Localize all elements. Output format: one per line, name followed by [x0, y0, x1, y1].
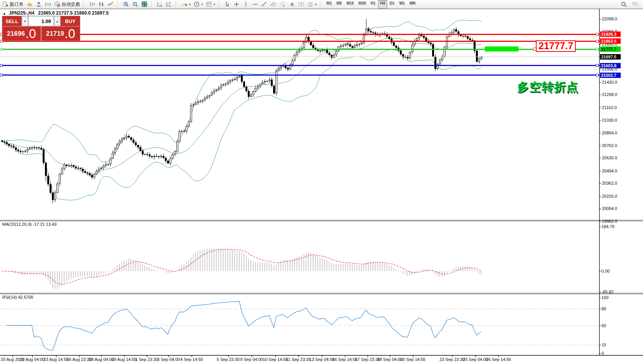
horizontal-level-line-21502.7[interactable]	[0, 74, 599, 76]
collapse-panel-icon[interactable]: ▲	[3, 12, 6, 15]
y-axis-tick-label: 19962.0	[602, 219, 617, 223]
text-label-icon: T	[298, 1, 304, 7]
rsi-axis-label: 0	[602, 351, 604, 356]
toolbar-separator	[117, 1, 120, 8]
toolbar-separator	[83, 1, 86, 8]
line-chart-button[interactable]	[106, 0, 115, 8]
volume-increase-button[interactable]: ▲	[54, 16, 60, 26]
timeframe-m5-button[interactable]: M5	[334, 0, 344, 8]
price-level-label: 21935.3	[600, 31, 621, 37]
trendline-button[interactable]	[260, 0, 269, 8]
chevron-down-icon[interactable]: ▾	[214, 3, 215, 6]
cursor-button[interactable]	[223, 0, 232, 8]
timeframe-w1-button[interactable]: W1	[397, 0, 407, 8]
level-line-handle[interactable]	[596, 33, 598, 36]
zoom-in-button[interactable]	[121, 0, 131, 8]
x-axis-date-label: 9 Sep 04:00	[240, 357, 263, 362]
level-line-handle[interactable]	[596, 40, 598, 43]
x-axis-date-label: 20 Sep 14:55	[400, 357, 425, 362]
label-button[interactable]: T	[297, 0, 306, 8]
signals-button[interactable]	[43, 0, 53, 8]
crosshair-button[interactable]	[232, 0, 241, 8]
timeframe-h1-button[interactable]: H1	[368, 0, 378, 8]
horizontal-level-line-21697.5[interactable]	[0, 56, 599, 57]
x-axis-date-label: 11 Sep 23:30	[286, 357, 311, 362]
timeframe-mn-button[interactable]: MN	[407, 0, 418, 8]
hline-icon	[252, 1, 258, 7]
level-line-handle[interactable]	[596, 64, 598, 67]
macd-axis-label: 0.00	[602, 269, 610, 273]
y-axis-tick-label: 20494.0	[602, 169, 617, 173]
y-axis-tick-label: 20762.0	[602, 143, 617, 148]
new-order-button[interactable]: 新订单	[1, 0, 25, 8]
text-button[interactable]: A	[287, 0, 297, 8]
y-axis-tick-label: 20094.0	[602, 206, 617, 211]
arrows-button[interactable]: ▾	[306, 0, 318, 8]
level-line-handle[interactable]	[596, 48, 598, 51]
x-axis-date-label: 28 Aug 04:00	[89, 357, 114, 362]
toolbar-right	[619, 0, 642, 8]
search-icon	[621, 1, 627, 7]
zoom-out-button[interactable]	[131, 0, 140, 8]
volume-input[interactable]: 1.00	[28, 16, 54, 26]
big-price-label[interactable]: 21777.7	[536, 40, 576, 52]
y-axis-tick-label: 20894.0	[602, 131, 617, 135]
sell-price[interactable]: 21696.0	[2, 26, 41, 41]
chevron-down-icon[interactable]: ▾	[189, 3, 191, 6]
autotrade-button[interactable]: 自动交易	[53, 0, 81, 8]
signals-icon	[45, 1, 51, 7]
horizontal-level-line-21935.3[interactable]	[0, 34, 599, 35]
chart-title: ▲ JPN225-,H4 21665.0 21737.5 21660.0 216…	[3, 10, 109, 16]
chart-shift-button[interactable]	[164, 0, 174, 8]
candlestick-chart-button[interactable]	[97, 0, 106, 8]
level-line-handle[interactable]	[0, 48, 3, 51]
horizontal-level-line-21603.8[interactable]	[0, 65, 599, 66]
level-line-handle[interactable]	[0, 64, 3, 67]
chart-line-icon	[108, 1, 114, 7]
bar-chart-button[interactable]	[88, 0, 97, 8]
community-button[interactable]	[34, 0, 43, 8]
price-level-label: 21862.6	[600, 38, 621, 44]
shapes-icon	[307, 1, 313, 7]
buy-price[interactable]: 21719.0	[41, 26, 80, 41]
buy-button[interactable]: BUY	[61, 16, 80, 26]
toolbar: 新订单自动交易▾▾▾FAT▾M1M5M15M30H1H4D1W1MN	[0, 0, 643, 9]
metaeditor-button[interactable]	[25, 0, 34, 8]
chat-button[interactable]	[631, 0, 640, 8]
auto-scroll-button[interactable]	[155, 0, 164, 8]
channel-button[interactable]	[269, 0, 278, 8]
timeframe-m1-button[interactable]: M1	[324, 0, 334, 8]
templates-button[interactable]: ▾	[204, 0, 217, 8]
toolbar-separator	[151, 1, 154, 8]
timeframe-h4-button[interactable]: H4	[378, 0, 388, 8]
autotrade-icon	[54, 1, 60, 7]
chevron-down-icon[interactable]: ▾	[201, 3, 203, 6]
x-axis-date-label: 23 Aug 14:55	[44, 357, 69, 362]
level-line-handle[interactable]	[596, 74, 598, 76]
indicators-button[interactable]: ▾	[180, 0, 192, 8]
highlight-zone[interactable]	[485, 46, 519, 51]
timeframe-m30-button[interactable]: M30	[356, 0, 368, 8]
fibonacci-icon: F	[280, 1, 286, 7]
periods-button[interactable]: ▾	[192, 0, 204, 8]
search-button[interactable]	[619, 0, 628, 8]
timeframe-m15-button[interactable]: M15	[344, 0, 356, 8]
chinese-annotation[interactable]: 多空转折点	[517, 79, 578, 95]
timeframe-d1-button[interactable]: D1	[387, 0, 397, 8]
horizontal-line-button[interactable]	[250, 0, 260, 8]
rsi-axis-label: 50	[602, 323, 606, 328]
y-axis-tick-label: 20226.0	[602, 194, 617, 199]
chevron-down-icon[interactable]: ▾	[315, 3, 317, 6]
volume-decrease-button[interactable]: ▼	[22, 16, 28, 26]
tile-windows-button[interactable]	[140, 0, 149, 8]
fibonacci-button[interactable]: F	[278, 0, 287, 8]
toolbar-separator	[320, 1, 323, 8]
sell-button[interactable]: SELL	[2, 16, 22, 26]
level-line-handle[interactable]	[0, 74, 3, 76]
x-axis-date-label: 19 Sep 04:00	[377, 357, 402, 362]
svg-text:A: A	[290, 2, 294, 7]
horizontal-level-line-21862.6[interactable]	[0, 41, 599, 42]
vertical-line-button[interactable]	[241, 0, 250, 8]
toolbar-separator	[176, 1, 178, 8]
chart-canvas[interactable]	[0, 0, 643, 364]
